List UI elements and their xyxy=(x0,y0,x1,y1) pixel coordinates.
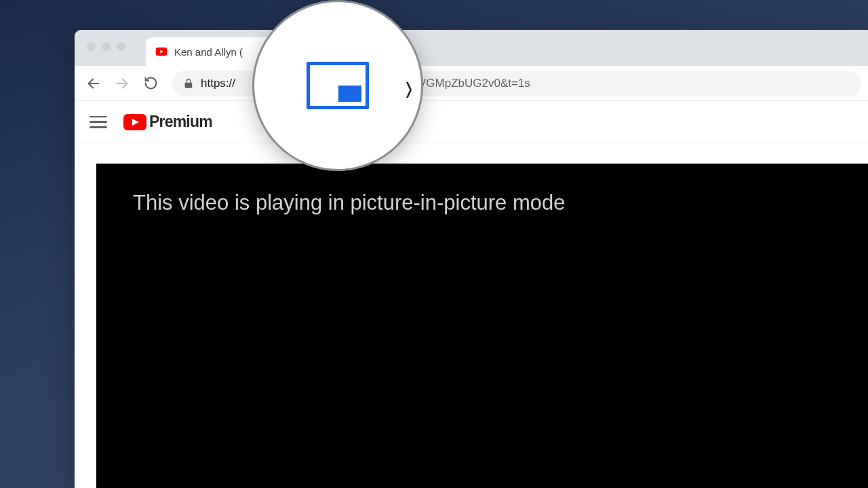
magnifier-content: › xyxy=(254,2,421,169)
window-controls xyxy=(87,42,125,51)
maximize-window-button[interactable] xyxy=(117,42,125,51)
back-button[interactable] xyxy=(81,71,106,96)
arrow-left-icon xyxy=(86,76,101,91)
youtube-premium-label: Premium xyxy=(149,113,212,131)
video-player[interactable]: This video is playing in picture-in-pict… xyxy=(96,164,868,488)
url-text-right: =VGMpZbUG2v0&t=1s xyxy=(412,77,530,90)
youtube-header: Premium n xyxy=(75,101,868,143)
tab-strip: Ken and Allyn ( xyxy=(75,30,868,66)
chevron-fragment-icon: › xyxy=(406,63,412,110)
browser-window: Ken and Allyn ( https:// =VGMpZbUG2v0&t=… xyxy=(75,30,868,488)
browser-toolbar: https:// =VGMpZbUG2v0&t=1s xyxy=(75,66,868,101)
magnifier-overlay: › xyxy=(252,0,423,171)
youtube-favicon-icon xyxy=(155,45,167,58)
close-window-button[interactable] xyxy=(87,42,96,51)
reload-button[interactable] xyxy=(138,71,163,96)
forward-button[interactable] xyxy=(110,71,134,96)
pip-status-message: This video is playing in picture-in-pict… xyxy=(133,191,831,215)
youtube-logo[interactable]: Premium xyxy=(123,113,212,131)
picture-in-picture-icon[interactable] xyxy=(307,62,369,109)
reload-icon xyxy=(144,76,158,90)
menu-button[interactable] xyxy=(90,116,107,128)
arrow-right-icon xyxy=(115,76,130,91)
lock-icon xyxy=(183,78,194,89)
youtube-play-icon xyxy=(123,114,146,130)
tab-title: Ken and Allyn ( xyxy=(174,46,243,58)
url-text-left: https:// xyxy=(201,77,235,90)
minimize-window-button[interactable] xyxy=(102,42,111,51)
hamburger-icon xyxy=(90,116,107,118)
